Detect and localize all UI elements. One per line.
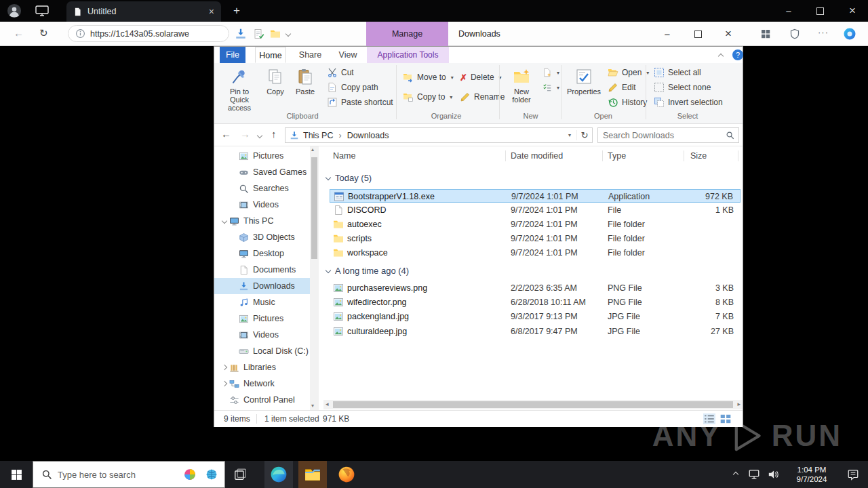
header-divider[interactable] — [684, 150, 684, 161]
nav-item-videos-pc[interactable]: Videos — [214, 327, 310, 343]
apps-grid-icon[interactable] — [760, 28, 771, 39]
expand-icon[interactable] — [222, 218, 227, 224]
move-to-button[interactable]: Move to ▾ — [403, 70, 454, 84]
easy-access-button[interactable]: ▾ — [542, 81, 559, 94]
more-options-icon[interactable]: ··· — [818, 27, 829, 37]
properties-button[interactable]: Properties — [566, 66, 602, 109]
browser-close-button[interactable]: × — [841, 0, 864, 22]
breadcrumb-this-pc[interactable]: This PC — [303, 131, 333, 140]
group-header-today[interactable]: Today (5) — [326, 171, 372, 184]
file-row[interactable]: autoexec 9/7/2024 1:01 PM File folder — [330, 218, 741, 231]
search-input[interactable] — [598, 131, 726, 140]
nav-item-desktop[interactable]: Desktop — [214, 245, 310, 262]
up-button[interactable]: ↑ — [271, 128, 277, 140]
new-folder-button[interactable]: New folder — [505, 66, 538, 109]
nav-item-music[interactable]: Music — [214, 294, 310, 310]
column-header-date[interactable]: Date modified — [511, 148, 563, 163]
explorer-minimize-button[interactable]: − — [656, 22, 678, 46]
taskbar-search-box[interactable]: Type here to search — [33, 461, 225, 488]
url-box[interactable]: https://1c143a05.solarawe — [68, 25, 229, 42]
column-header-type[interactable]: Type — [608, 148, 626, 163]
large-icons-view-button[interactable] — [719, 413, 732, 424]
pin-to-quick-access-button[interactable]: Pin to Quick access — [220, 66, 259, 109]
cut-button[interactable]: Cut — [327, 66, 354, 79]
taskbar-clock[interactable]: 1:04 PM 9/7/2024 — [783, 465, 841, 484]
tab-home[interactable]: Home — [255, 47, 286, 63]
display-icon[interactable] — [35, 5, 49, 16]
nav-item-this-pc[interactable]: This PC — [214, 213, 310, 229]
tab-close-icon[interactable]: × — [209, 6, 214, 17]
forward-button[interactable]: → — [240, 128, 250, 140]
scrollbar-thumb[interactable] — [333, 401, 733, 408]
new-item-button[interactable]: ▾ — [542, 66, 559, 79]
task-view-button[interactable] — [225, 461, 255, 488]
open-button[interactable]: Open ▾ — [608, 66, 649, 79]
paste-shortcut-button[interactable]: Paste shortcut — [327, 96, 393, 109]
nav-item-documents[interactable]: Documents — [214, 262, 310, 278]
taskbar-explorer-button[interactable] — [298, 461, 327, 488]
copy-path-button[interactable]: Copy path — [327, 81, 378, 94]
header-divider[interactable] — [505, 150, 506, 161]
nav-item-searches[interactable]: Searches — [214, 180, 310, 197]
scroll-down-icon[interactable]: ▾ — [311, 403, 314, 409]
tab-file[interactable]: File — [220, 47, 245, 63]
nav-item-control-panel[interactable]: Control Panel — [214, 392, 310, 408]
volume-tray-button[interactable] — [764, 461, 783, 488]
taskbar-edge-button[interactable] — [264, 461, 293, 488]
download-icon[interactable] — [235, 28, 247, 40]
edit-button[interactable]: Edit — [608, 81, 636, 94]
file-row[interactable]: wifedirector.png 6/28/2018 10:11 AM PNG … — [330, 296, 741, 309]
help-button[interactable]: ? — [732, 49, 743, 60]
interests-icon[interactable] — [184, 468, 196, 481]
nav-item-downloads[interactable]: Downloads — [214, 278, 310, 294]
page-check-icon[interactable] — [254, 28, 264, 39]
copilot-icon[interactable] — [843, 27, 856, 41]
ribbon-collapse-icon[interactable] — [718, 54, 724, 59]
group-collapse-icon[interactable] — [326, 268, 331, 273]
copy-to-button[interactable]: Copy to ▾ — [403, 90, 452, 104]
file-row[interactable]: packengland.jpg 9/3/2017 9:13 PM JPG Fil… — [330, 310, 741, 323]
shield-icon[interactable] — [789, 28, 800, 39]
address-dropdown-icon[interactable]: ▾ — [563, 132, 576, 138]
file-row[interactable]: culturaldeep.jpg 6/8/2017 9:47 PM JPG Fi… — [330, 325, 741, 338]
profile-icon[interactable] — [7, 3, 22, 18]
browser-minimize-button[interactable]: − — [777, 0, 800, 22]
select-none-button[interactable]: Select none — [654, 81, 711, 94]
scroll-up-icon[interactable]: ▴ — [311, 146, 314, 152]
details-view-button[interactable] — [703, 413, 715, 424]
history-button[interactable]: History — [608, 96, 647, 109]
nav-scrollbar[interactable]: ▴ ▾ — [310, 146, 319, 410]
address-bar[interactable]: This PC › Downloads ▾ ↻ — [285, 127, 593, 143]
tab-view[interactable]: View — [333, 47, 363, 63]
nav-item-videos[interactable]: Videos — [214, 197, 310, 213]
group-header-long-ago[interactable]: A long time ago (4) — [326, 264, 409, 277]
nav-item-3d-objects[interactable]: 3D Objects — [214, 229, 310, 245]
horizontal-scrollbar[interactable]: ◂ ▸ — [323, 400, 743, 409]
scroll-left-icon[interactable]: ◂ — [326, 401, 329, 407]
collapse-icon[interactable] — [222, 381, 227, 386]
nav-item-pictures[interactable]: Pictures — [214, 148, 310, 164]
invert-selection-button[interactable]: Invert selection — [654, 96, 723, 109]
tray-expand-button[interactable] — [727, 461, 745, 488]
header-divider[interactable] — [602, 150, 603, 161]
file-row[interactable]: scripts 9/7/2024 1:01 PM File folder — [330, 232, 741, 245]
delete-button[interactable]: ✗ Delete ▾ — [460, 70, 502, 84]
refresh-icon[interactable]: ↻ — [39, 27, 48, 39]
new-tab-button[interactable]: + — [225, 0, 248, 22]
explorer-close-button[interactable]: × — [717, 22, 739, 46]
nav-item-local-disk-c[interactable]: Local Disk (C:) — [214, 343, 310, 359]
file-row[interactable]: purchasereviews.png 2/2/2023 6:35 AM PNG… — [330, 281, 741, 295]
paste-button[interactable]: Paste — [290, 66, 320, 109]
group-collapse-icon[interactable] — [326, 175, 331, 180]
file-row[interactable]: BootstrapperV1.18.exe 9/7/2024 1:01 PM A… — [330, 189, 741, 203]
scrollbar-thumb[interactable] — [311, 157, 317, 259]
rename-button[interactable]: Rename — [460, 90, 505, 104]
recent-locations-icon[interactable] — [257, 133, 262, 138]
nav-item-network[interactable]: Network — [214, 375, 310, 392]
copy-button[interactable]: Copy — [262, 66, 289, 109]
nav-item-libraries[interactable]: Libraries — [214, 359, 310, 375]
nav-item-pictures-pc[interactable]: Pictures — [214, 310, 310, 327]
tab-share[interactable]: Share — [295, 47, 326, 63]
search-box[interactable] — [597, 127, 739, 143]
collapse-icon[interactable] — [222, 365, 227, 370]
